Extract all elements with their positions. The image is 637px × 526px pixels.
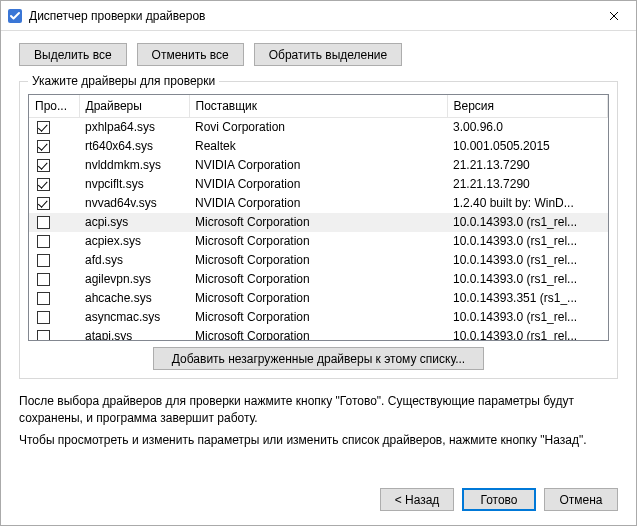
driver-version: 10.0.14393.0 (rs1_rel... <box>447 232 608 251</box>
driver-version: 10.0.14393.0 (rs1_rel... <box>447 213 608 232</box>
driver-checkbox[interactable] <box>37 197 50 210</box>
help-text-2: Чтобы просмотреть и изменить параметры и… <box>19 432 618 449</box>
drivers-group: Укажите драйверы для проверки Про... Дра… <box>19 74 618 379</box>
driver-version: 10.0.14393.351 (rs1_... <box>447 289 608 308</box>
table-row[interactable]: nvpciflt.sysNVIDIA Corporation21.21.13.7… <box>29 175 608 194</box>
table-row[interactable]: rt640x64.sysRealtek10.001.0505.2015 <box>29 137 608 156</box>
driver-vendor: Microsoft Corporation <box>189 213 447 232</box>
driver-vendor: Microsoft Corporation <box>189 327 447 341</box>
table-row[interactable]: acpi.sysMicrosoft Corporation10.0.14393.… <box>29 213 608 232</box>
driver-version: 10.0.14393.0 (rs1_rel... <box>447 308 608 327</box>
deselect-all-button[interactable]: Отменить все <box>137 43 244 66</box>
driver-version: 3.00.96.0 <box>447 118 608 137</box>
driver-name: asyncmac.sys <box>79 308 189 327</box>
driver-name: nvlddmkm.sys <box>79 156 189 175</box>
driver-name: ahcache.sys <box>79 289 189 308</box>
title-bar[interactable]: Диспетчер проверки драйверов <box>1 1 636 31</box>
table-row[interactable]: acpiex.sysMicrosoft Corporation10.0.1439… <box>29 232 608 251</box>
wizard-footer: < Назад Готово Отмена <box>19 478 618 511</box>
app-icon <box>7 8 23 24</box>
invert-selection-button[interactable]: Обратить выделение <box>254 43 403 66</box>
driver-vendor: Realtek <box>189 137 447 156</box>
table-row[interactable]: pxhlpa64.sysRovi Corporation3.00.96.0 <box>29 118 608 137</box>
driver-vendor: Microsoft Corporation <box>189 232 447 251</box>
driver-name: rt640x64.sys <box>79 137 189 156</box>
table-row[interactable]: ahcache.sysMicrosoft Corporation10.0.143… <box>29 289 608 308</box>
drivers-group-legend: Укажите драйверы для проверки <box>28 74 219 88</box>
driver-vendor: Microsoft Corporation <box>189 251 447 270</box>
driver-name: acpiex.sys <box>79 232 189 251</box>
window-title: Диспетчер проверки драйверов <box>29 9 591 23</box>
driver-version: 21.21.13.7290 <box>447 156 608 175</box>
window-frame: Диспетчер проверки драйверов Выделить вс… <box>0 0 637 526</box>
select-all-button[interactable]: Выделить все <box>19 43 127 66</box>
driver-checkbox[interactable] <box>37 273 50 286</box>
driver-vendor: Microsoft Corporation <box>189 289 447 308</box>
column-header-check[interactable]: Про... <box>29 95 79 118</box>
driver-version: 10.0.14393.0 (rs1_rel... <box>447 270 608 289</box>
driver-version: 10.0.14393.0 (rs1_rel... <box>447 251 608 270</box>
driver-checkbox[interactable] <box>37 121 50 134</box>
column-header-vendor[interactable]: Поставщик <box>189 95 447 118</box>
driver-vendor: NVIDIA Corporation <box>189 194 447 213</box>
driver-name: nvpciflt.sys <box>79 175 189 194</box>
driver-vendor: NVIDIA Corporation <box>189 175 447 194</box>
driver-checkbox[interactable] <box>37 292 50 305</box>
driver-checkbox[interactable] <box>37 254 50 267</box>
finish-button[interactable]: Готово <box>462 488 536 511</box>
driver-name: afd.sys <box>79 251 189 270</box>
driver-name: acpi.sys <box>79 213 189 232</box>
driver-checkbox[interactable] <box>37 330 50 340</box>
column-header-version[interactable]: Версия <box>447 95 608 118</box>
table-row[interactable]: asyncmac.sysMicrosoft Corporation10.0.14… <box>29 308 608 327</box>
driver-vendor: Rovi Corporation <box>189 118 447 137</box>
driver-checkbox[interactable] <box>37 235 50 248</box>
back-button[interactable]: < Назад <box>380 488 454 511</box>
client-area: Выделить все Отменить все Обратить выдел… <box>1 31 636 525</box>
driver-version: 1.2.40 built by: WinD... <box>447 194 608 213</box>
driver-checkbox[interactable] <box>37 311 50 324</box>
table-row[interactable]: atapi.sysMicrosoft Corporation10.0.14393… <box>29 327 608 341</box>
table-row[interactable]: nvlddmkm.sysNVIDIA Corporation21.21.13.7… <box>29 156 608 175</box>
driver-version: 10.001.0505.2015 <box>447 137 608 156</box>
close-button[interactable] <box>591 1 636 30</box>
table-row[interactable]: agilevpn.sysMicrosoft Corporation10.0.14… <box>29 270 608 289</box>
driver-checkbox[interactable] <box>37 159 50 172</box>
table-row[interactable]: afd.sysMicrosoft Corporation10.0.14393.0… <box>29 251 608 270</box>
driver-name: nvvad64v.sys <box>79 194 189 213</box>
toolbar: Выделить все Отменить все Обратить выдел… <box>19 43 618 66</box>
cancel-button[interactable]: Отмена <box>544 488 618 511</box>
table-row[interactable]: nvvad64v.sysNVIDIA Corporation1.2.40 bui… <box>29 194 608 213</box>
driver-name: agilevpn.sys <box>79 270 189 289</box>
add-unloaded-drivers-button[interactable]: Добавить незагруженные драйверы к этому … <box>153 347 484 370</box>
driver-checkbox[interactable] <box>37 216 50 229</box>
driver-vendor: Microsoft Corporation <box>189 308 447 327</box>
help-text-1: После выбора драйверов для проверки нажм… <box>19 393 618 428</box>
driver-list[interactable]: Про... Драйверы Поставщик Версия pxhlpa6… <box>28 94 609 341</box>
driver-vendor: Microsoft Corporation <box>189 270 447 289</box>
column-header-driver[interactable]: Драйверы <box>79 95 189 118</box>
driver-name: atapi.sys <box>79 327 189 341</box>
driver-checkbox[interactable] <box>37 178 50 191</box>
driver-version: 10.0.14393.0 (rs1_rel... <box>447 327 608 341</box>
driver-name: pxhlpa64.sys <box>79 118 189 137</box>
driver-version: 21.21.13.7290 <box>447 175 608 194</box>
driver-vendor: NVIDIA Corporation <box>189 156 447 175</box>
driver-checkbox[interactable] <box>37 140 50 153</box>
